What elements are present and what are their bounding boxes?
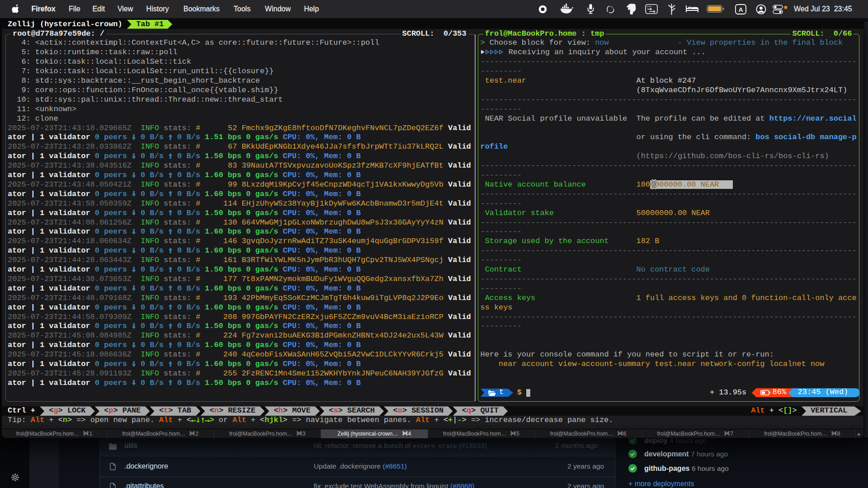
svg-text:A: A	[739, 6, 743, 13]
